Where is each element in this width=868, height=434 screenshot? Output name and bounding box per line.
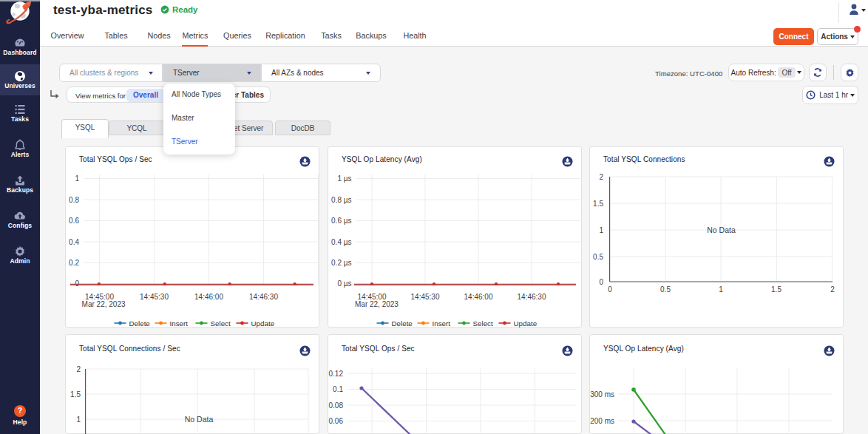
svg-text:0.4: 0.4 — [69, 238, 79, 246]
svg-text:Insert: Insert — [433, 319, 451, 328]
svg-text:0.4 µs: 0.4 µs — [331, 238, 351, 246]
svg-text:0.6: 0.6 — [69, 217, 79, 225]
svg-text:1.5: 1.5 — [771, 285, 781, 294]
svg-text:0.1: 0.1 — [333, 385, 343, 393]
svg-text:0: 0 — [608, 285, 612, 294]
svg-text:14:46:30: 14:46:30 — [518, 293, 546, 301]
svg-text:No Data: No Data — [185, 415, 214, 424]
svg-text:0.2 µs: 0.2 µs — [331, 259, 351, 267]
svg-text:2: 2 — [830, 285, 835, 294]
svg-text:0.5: 0.5 — [660, 285, 671, 294]
svg-text:Delete: Delete — [392, 319, 413, 328]
svg-text:Select: Select — [473, 319, 494, 328]
svg-text:0.2: 0.2 — [69, 259, 79, 267]
svg-text:1: 1 — [719, 285, 723, 294]
svg-text:Update: Update — [251, 319, 275, 328]
svg-text:1.5: 1.5 — [593, 200, 603, 208]
svg-text:300 ms: 300 ms — [590, 390, 614, 399]
svg-text:0: 0 — [599, 278, 603, 286]
svg-text:2: 2 — [76, 365, 81, 373]
svg-text:Delete: Delete — [129, 319, 151, 328]
svg-text:14:46:30: 14:46:30 — [249, 293, 278, 301]
svg-text:14:46:00: 14:46:00 — [194, 293, 223, 301]
svg-text:No Data: No Data — [707, 226, 736, 234]
svg-text:14:45:30: 14:45:30 — [411, 293, 440, 301]
svg-text:Insert: Insert — [170, 319, 189, 328]
svg-text:200 ms: 200 ms — [590, 417, 614, 425]
svg-text:1: 1 — [599, 226, 603, 234]
svg-text:0.08: 0.08 — [329, 401, 344, 410]
svg-text:1: 1 — [76, 416, 81, 424]
svg-text:0: 0 — [75, 279, 79, 288]
svg-text:14:46:00: 14:46:00 — [464, 293, 493, 301]
svg-text:0 µs: 0 µs — [337, 279, 351, 288]
svg-text:1.5: 1.5 — [70, 390, 81, 399]
svg-text:0.12: 0.12 — [329, 370, 344, 378]
svg-text:0.6 µs: 0.6 µs — [331, 217, 351, 225]
svg-text:0.06: 0.06 — [329, 417, 344, 425]
svg-text:0.8 µs: 0.8 µs — [331, 196, 351, 204]
svg-text:0.5: 0.5 — [593, 253, 603, 261]
svg-text:2: 2 — [599, 173, 603, 181]
svg-text:Mar 22, 2023: Mar 22, 2023 — [82, 300, 126, 308]
svg-text:Update: Update — [514, 319, 538, 328]
svg-text:14:45:30: 14:45:30 — [140, 293, 169, 301]
svg-text:Select: Select — [211, 319, 231, 328]
svg-text:1: 1 — [75, 174, 79, 183]
svg-text:Mar 22, 2023: Mar 22, 2023 — [355, 300, 399, 308]
svg-text:1 µs: 1 µs — [337, 174, 351, 183]
svg-text:0.8: 0.8 — [69, 196, 79, 204]
